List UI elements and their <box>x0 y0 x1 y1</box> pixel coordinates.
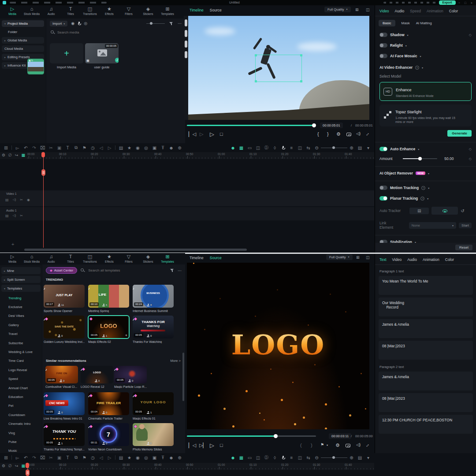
media-search-input[interactable] <box>57 30 145 34</box>
play-from-start-button[interactable]: ▷ <box>200 131 203 137</box>
track-mute-icon[interactable]: ◁) <box>13 198 16 202</box>
scope-icon[interactable]: ◫ <box>366 255 370 260</box>
sidebar-item-gallery[interactable]: Gallery <box>1 320 41 329</box>
chevron-down-icon[interactable]: ▾ <box>364 145 372 150</box>
text-tool-icon[interactable]: T <box>63 145 72 150</box>
lut-icon[interactable]: ▣ <box>150 145 159 150</box>
nav-stickers[interactable]: ◈Stickers <box>138 6 158 15</box>
ai-chip-icon[interactable]: ▦ <box>237 145 245 150</box>
audio-track-lane[interactable] <box>0 207 374 220</box>
export-button[interactable]: Export <box>439 0 456 5</box>
playhead-handle[interactable] <box>26 469 30 476</box>
sidebar-item-countdown[interactable]: Countdown <box>1 410 41 419</box>
fullscreen-icon[interactable]: ↕ <box>365 443 371 448</box>
nav-titles[interactable]: TTitles <box>61 254 80 263</box>
sidebar-item-pet[interactable]: Pet <box>1 402 41 410</box>
tracker-target-button[interactable]: ▤ <box>409 208 429 214</box>
snapshot-icon[interactable] <box>346 133 351 136</box>
chevron-down-icon[interactable]: ▾ <box>420 55 421 58</box>
shield-icon[interactable]: ◊ <box>271 455 279 460</box>
split-icon[interactable]: ✂ <box>47 145 55 150</box>
template-card[interactable]: ◆ THANKS FOR Watching 00:05 0 Thanks For… <box>133 316 174 343</box>
mixer-icon[interactable]: ≡ <box>287 455 296 460</box>
tab-audio[interactable]: Audio <box>395 9 405 13</box>
sidebar-item-vlog[interactable]: Vlog <box>1 428 41 437</box>
subtab-ai-matting[interactable]: AI Matting <box>416 21 432 25</box>
help-icon[interactable] <box>420 197 424 201</box>
unlink-icon[interactable]: ∅ <box>8 464 12 468</box>
snapshot-icon[interactable] <box>346 444 350 447</box>
titlebar-icons[interactable] <box>383 2 436 4</box>
delete-icon[interactable]: ⌧ <box>38 145 47 150</box>
nav-stock-media[interactable]: ⌂Stock Media <box>22 6 41 15</box>
sidebar-item-subscribe[interactable]: Subscribe <box>1 338 41 347</box>
speed-icon[interactable]: ◷ <box>89 455 97 460</box>
sidebar-item-travel[interactable]: Travel <box>1 330 41 338</box>
track-settings-icon[interactable]: ⚙ <box>2 153 5 157</box>
sidebar-item-cinematic-intro[interactable]: Cinematic Intro <box>1 419 41 428</box>
select-tool-icon[interactable]: ▻ <box>13 455 22 460</box>
sidebar-item-desi-vibes[interactable]: Desi Vibes <box>1 312 41 320</box>
film-track-icon[interactable]: ▦ <box>21 153 25 157</box>
text-tool-icon[interactable]: T <box>63 455 72 460</box>
template-card[interactable]: ◆ LOGO 0 LOGO Reveal 12 <box>81 366 113 388</box>
delete-icon[interactable]: ⌧ <box>38 455 47 460</box>
voiceover-mic-icon[interactable] <box>78 22 80 25</box>
ripple-icon[interactable]: ⇆ <box>304 145 312 150</box>
ai-magic-icon[interactable]: ★ <box>125 145 134 150</box>
chevron-down-icon[interactable]: ▾ <box>428 172 429 175</box>
track-visibility-icon[interactable]: ◉ <box>27 198 30 202</box>
help-icon[interactable] <box>421 186 425 190</box>
quality-dropdown[interactable]: Full Quality▾ <box>326 254 353 260</box>
nav-filters[interactable]: ▽Filters <box>119 254 138 263</box>
text-field-p1-1[interactable]: You Mean The World To Me <box>379 276 473 295</box>
track-settings-icon[interactable]: ⚙ <box>2 464 5 468</box>
keyframe-icon[interactable]: ◇ <box>469 147 472 151</box>
video-track-lane[interactable] <box>0 190 374 206</box>
redo-icon[interactable]: ↷ <box>30 145 38 150</box>
preview-scrollbar[interactable] <box>184 16 188 120</box>
template-card[interactable]: ◆ 7 00:11 0 Vortex Neon Countdown <box>88 423 129 451</box>
quality-dropdown[interactable]: Full Quality▾ <box>324 7 351 12</box>
sidebar-item-time-card[interactable]: Time Card <box>1 357 41 365</box>
clapper-icon[interactable]: ▭ <box>245 455 254 460</box>
chevron-down-icon[interactable]: ▾ <box>327 443 328 446</box>
more-options-icon[interactable]: ⋯ <box>178 21 182 26</box>
sidebar-item-project-media[interactable]: ▾Project Media <box>2 20 44 27</box>
sidebar-item-trending[interactable]: Trending <box>1 294 41 302</box>
lut-icon[interactable]: ▣ <box>150 455 159 460</box>
nav-transitions[interactable]: ◫Transitions <box>80 6 100 15</box>
overlap-icon[interactable]: ⧉ <box>72 145 80 150</box>
seek-knob[interactable] <box>274 434 278 438</box>
loop-out-button[interactable]: ) <box>311 443 312 448</box>
scope-icon[interactable]: ◫ <box>366 7 370 12</box>
track-lock-icon[interactable]: ✂ <box>20 198 23 202</box>
auto-enhance-toggle[interactable] <box>379 147 387 151</box>
capture-icon[interactable]: ◫ <box>296 455 304 460</box>
video-preview[interactable] <box>187 16 369 120</box>
sidebar-group-mine[interactable]: ▸Mine <box>1 267 41 274</box>
tab-animation[interactable]: Animation <box>427 9 443 13</box>
timeline-zoom-slider[interactable] <box>321 148 347 148</box>
ripple-icon[interactable]: ⇆ <box>304 455 312 460</box>
motion-tracking-toggle[interactable] <box>379 186 387 190</box>
preview-tab-source[interactable]: Source <box>210 8 222 12</box>
beat-detect-icon[interactable]: ⓑ <box>262 454 271 461</box>
crop-icon[interactable]: ▣ <box>55 145 63 150</box>
import-media-tile[interactable]: + <box>50 43 83 63</box>
track-folder-icon[interactable]: ▤ <box>5 214 9 218</box>
shield-icon[interactable]: ◊ <box>271 145 279 150</box>
chevron-down-icon[interactable]: ▾ <box>428 186 429 190</box>
help-icon[interactable] <box>415 66 419 70</box>
keyframe-prev-icon[interactable]: ◁ <box>97 145 105 150</box>
nav-templates[interactable]: ⊞Templates <box>158 6 177 15</box>
import-to-track-icon[interactable]: ↪ <box>15 153 19 157</box>
nav-stickers[interactable]: ◈Stickers <box>138 254 158 263</box>
timeline-zoom-slider[interactable] <box>321 457 347 458</box>
tab-text[interactable]: Text <box>379 257 387 262</box>
undo-icon[interactable]: ↶ <box>22 145 30 150</box>
template-card[interactable]: ◆ YOUR LOGO 00:05 1 Magic Effects 01 <box>133 392 174 420</box>
keyframe-next-icon[interactable]: ▷ <box>105 455 114 460</box>
ai-text-icon[interactable]: Ŧ <box>159 145 167 150</box>
screen-record-icon[interactable]: ◫ <box>254 455 262 460</box>
